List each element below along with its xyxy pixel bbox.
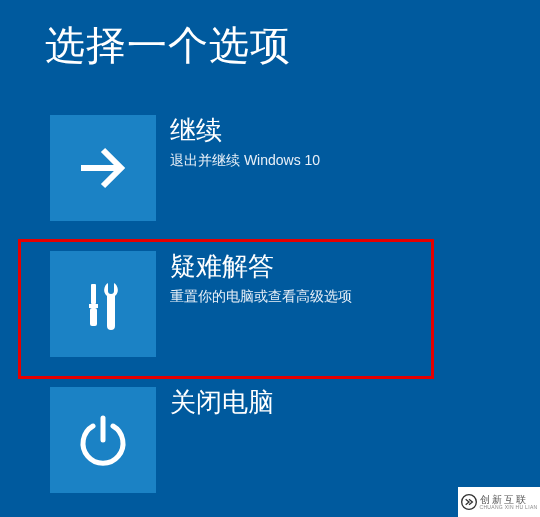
continue-title: 继续 <box>170 115 320 146</box>
options-list: 继续 退出并继续 Windows 10 <box>0 73 540 493</box>
continue-tile <box>50 115 156 221</box>
troubleshoot-subtitle: 重置你的电脑或查看高级选项 <box>170 288 352 306</box>
svg-rect-1 <box>91 284 96 304</box>
power-icon <box>75 412 131 468</box>
troubleshoot-title: 疑难解答 <box>170 251 352 282</box>
svg-rect-3 <box>90 308 97 326</box>
watermark-logo-icon <box>461 494 477 510</box>
shutdown-tile <box>50 387 156 493</box>
troubleshoot-tile <box>50 251 156 357</box>
watermark: 创新互联 CHUANG XIN HU LIAN <box>458 487 540 517</box>
shutdown-title: 关闭电脑 <box>170 387 274 418</box>
troubleshoot-text: 疑难解答 重置你的电脑或查看高级选项 <box>156 251 352 306</box>
tools-icon <box>75 276 131 332</box>
shutdown-text: 关闭电脑 <box>156 387 274 418</box>
continue-subtitle: 退出并继续 Windows 10 <box>170 152 320 170</box>
watermark-cn: 创新互联 <box>480 495 538 505</box>
option-continue[interactable]: 继续 退出并继续 Windows 10 <box>50 115 540 221</box>
watermark-en: CHUANG XIN HU LIAN <box>480 505 538 510</box>
continue-text: 继续 退出并继续 Windows 10 <box>156 115 320 170</box>
option-shutdown[interactable]: 关闭电脑 <box>50 387 540 493</box>
arrow-right-icon <box>73 138 133 198</box>
option-troubleshoot[interactable]: 疑难解答 重置你的电脑或查看高级选项 <box>50 251 540 357</box>
page-title: 选择一个选项 <box>0 0 540 73</box>
svg-rect-2 <box>89 304 98 308</box>
